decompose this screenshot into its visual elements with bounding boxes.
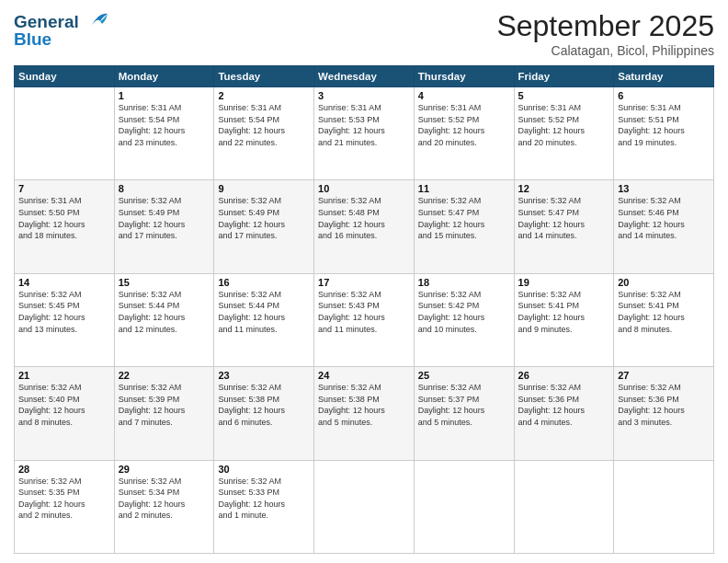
calendar-cell [614,460,714,553]
day-info: Sunrise: 5:32 AM Sunset: 5:43 PM Dayligh… [318,289,410,335]
calendar-week-4: 28Sunrise: 5:32 AM Sunset: 5:35 PM Dayli… [15,460,714,553]
day-info: Sunrise: 5:31 AM Sunset: 5:52 PM Dayligh… [418,102,510,148]
calendar-cell: 22Sunrise: 5:32 AM Sunset: 5:39 PM Dayli… [114,367,214,460]
calendar-cell: 13Sunrise: 5:32 AM Sunset: 5:46 PM Dayli… [614,180,714,273]
day-number: 26 [518,370,610,381]
calendar-cell [414,460,514,553]
weekday-header-monday: Monday [114,66,214,87]
day-info: Sunrise: 5:31 AM Sunset: 5:54 PM Dayligh… [119,102,210,148]
calendar-week-0: 1Sunrise: 5:31 AM Sunset: 5:54 PM Daylig… [15,87,714,180]
calendar-cell: 8Sunrise: 5:32 AM Sunset: 5:49 PM Daylig… [114,180,214,273]
calendar-cell: 25Sunrise: 5:32 AM Sunset: 5:37 PM Dayli… [414,367,514,460]
day-number: 18 [418,277,510,288]
day-number: 7 [18,183,110,194]
day-info: Sunrise: 5:32 AM Sunset: 5:39 PM Dayligh… [119,382,210,428]
day-number: 27 [618,370,710,381]
calendar-cell: 4Sunrise: 5:31 AM Sunset: 5:52 PM Daylig… [414,87,514,180]
calendar-cell: 21Sunrise: 5:32 AM Sunset: 5:40 PM Dayli… [15,367,115,460]
calendar-cell: 23Sunrise: 5:32 AM Sunset: 5:38 PM Dayli… [214,367,314,460]
day-number: 28 [18,464,110,475]
calendar-cell: 24Sunrise: 5:32 AM Sunset: 5:38 PM Dayli… [314,367,415,460]
day-info: Sunrise: 5:32 AM Sunset: 5:36 PM Dayligh… [618,382,710,428]
day-info: Sunrise: 5:32 AM Sunset: 5:49 PM Dayligh… [119,195,210,241]
calendar-cell: 15Sunrise: 5:32 AM Sunset: 5:44 PM Dayli… [114,273,214,366]
day-info: Sunrise: 5:32 AM Sunset: 5:40 PM Dayligh… [18,382,110,428]
day-info: Sunrise: 5:32 AM Sunset: 5:45 PM Dayligh… [18,289,110,335]
day-info: Sunrise: 5:31 AM Sunset: 5:51 PM Dayligh… [618,102,710,148]
day-info: Sunrise: 5:32 AM Sunset: 5:46 PM Dayligh… [618,195,710,241]
logo: General Blue [14,13,109,50]
calendar-week-1: 7Sunrise: 5:31 AM Sunset: 5:50 PM Daylig… [15,180,714,273]
day-info: Sunrise: 5:32 AM Sunset: 5:38 PM Dayligh… [318,382,410,428]
day-number: 25 [418,370,510,381]
day-number: 15 [119,277,210,288]
day-info: Sunrise: 5:32 AM Sunset: 5:48 PM Dayligh… [318,195,410,241]
day-info: Sunrise: 5:32 AM Sunset: 5:44 PM Dayligh… [119,289,210,335]
calendar-cell [314,460,415,553]
calendar-cell: 10Sunrise: 5:32 AM Sunset: 5:48 PM Dayli… [314,180,415,273]
day-number: 17 [318,277,410,288]
calendar-table: SundayMondayTuesdayWednesdayThursdayFrid… [14,65,714,554]
day-number: 16 [218,277,310,288]
day-number: 13 [618,183,710,194]
day-number: 2 [218,90,310,101]
calendar-cell: 19Sunrise: 5:32 AM Sunset: 5:41 PM Dayli… [514,273,614,366]
calendar-cell: 7Sunrise: 5:31 AM Sunset: 5:50 PM Daylig… [15,180,115,273]
calendar-cell: 9Sunrise: 5:32 AM Sunset: 5:49 PM Daylig… [214,180,314,273]
day-number: 11 [418,183,510,194]
day-info: Sunrise: 5:32 AM Sunset: 5:49 PM Dayligh… [218,195,310,241]
day-info: Sunrise: 5:32 AM Sunset: 5:34 PM Dayligh… [119,476,210,522]
weekday-header-tuesday: Tuesday [214,66,314,87]
calendar-cell: 27Sunrise: 5:32 AM Sunset: 5:36 PM Dayli… [614,367,714,460]
calendar-cell: 14Sunrise: 5:32 AM Sunset: 5:45 PM Dayli… [15,273,115,366]
calendar-cell: 12Sunrise: 5:32 AM Sunset: 5:47 PM Dayli… [514,180,614,273]
page: General Blue September 2025 Calatagan, B… [0,0,728,563]
calendar-cell: 6Sunrise: 5:31 AM Sunset: 5:51 PM Daylig… [614,87,714,180]
calendar-cell [15,87,115,180]
calendar-week-3: 21Sunrise: 5:32 AM Sunset: 5:40 PM Dayli… [15,367,714,460]
weekday-header-friday: Friday [514,66,614,87]
day-number: 21 [18,370,110,381]
day-info: Sunrise: 5:31 AM Sunset: 5:53 PM Dayligh… [318,102,410,148]
calendar-cell: 1Sunrise: 5:31 AM Sunset: 5:54 PM Daylig… [114,87,214,180]
month-title: September 2025 [496,9,714,43]
calendar-cell: 29Sunrise: 5:32 AM Sunset: 5:34 PM Dayli… [114,460,214,553]
weekday-header-sunday: Sunday [15,66,115,87]
weekday-header-row: SundayMondayTuesdayWednesdayThursdayFrid… [15,66,714,87]
day-info: Sunrise: 5:32 AM Sunset: 5:36 PM Dayligh… [518,382,610,428]
calendar-cell: 11Sunrise: 5:32 AM Sunset: 5:47 PM Dayli… [414,180,514,273]
day-info: Sunrise: 5:32 AM Sunset: 5:35 PM Dayligh… [18,476,110,522]
weekday-header-wednesday: Wednesday [314,66,415,87]
header: General Blue September 2025 Calatagan, B… [14,9,714,58]
calendar-cell: 26Sunrise: 5:32 AM Sunset: 5:36 PM Dayli… [514,367,614,460]
day-number: 30 [218,464,310,475]
day-number: 5 [518,90,610,101]
day-info: Sunrise: 5:31 AM Sunset: 5:54 PM Dayligh… [218,102,310,148]
logo-blue: Blue [14,30,109,50]
day-number: 9 [218,183,310,194]
day-info: Sunrise: 5:32 AM Sunset: 5:47 PM Dayligh… [518,195,610,241]
day-number: 20 [618,277,710,288]
day-number: 23 [218,370,310,381]
day-info: Sunrise: 5:32 AM Sunset: 5:38 PM Dayligh… [218,382,310,428]
day-number: 8 [119,183,210,194]
calendar-cell [514,460,614,553]
day-info: Sunrise: 5:32 AM Sunset: 5:44 PM Dayligh… [218,289,310,335]
day-number: 22 [119,370,210,381]
day-info: Sunrise: 5:32 AM Sunset: 5:41 PM Dayligh… [618,289,710,335]
calendar-cell: 30Sunrise: 5:32 AM Sunset: 5:33 PM Dayli… [214,460,314,553]
day-number: 19 [518,277,610,288]
day-info: Sunrise: 5:31 AM Sunset: 5:50 PM Dayligh… [18,195,110,241]
day-number: 24 [318,370,410,381]
logo-bird-icon [82,10,109,30]
day-number: 6 [618,90,710,101]
calendar-cell: 20Sunrise: 5:32 AM Sunset: 5:41 PM Dayli… [614,273,714,366]
day-info: Sunrise: 5:32 AM Sunset: 5:42 PM Dayligh… [418,289,510,335]
weekday-header-saturday: Saturday [614,66,714,87]
day-info: Sunrise: 5:32 AM Sunset: 5:47 PM Dayligh… [418,195,510,241]
day-number: 4 [418,90,510,101]
calendar-cell: 5Sunrise: 5:31 AM Sunset: 5:52 PM Daylig… [514,87,614,180]
day-number: 1 [119,90,210,101]
title-block: September 2025 Calatagan, Bicol, Philipp… [496,9,714,58]
day-number: 3 [318,90,410,101]
